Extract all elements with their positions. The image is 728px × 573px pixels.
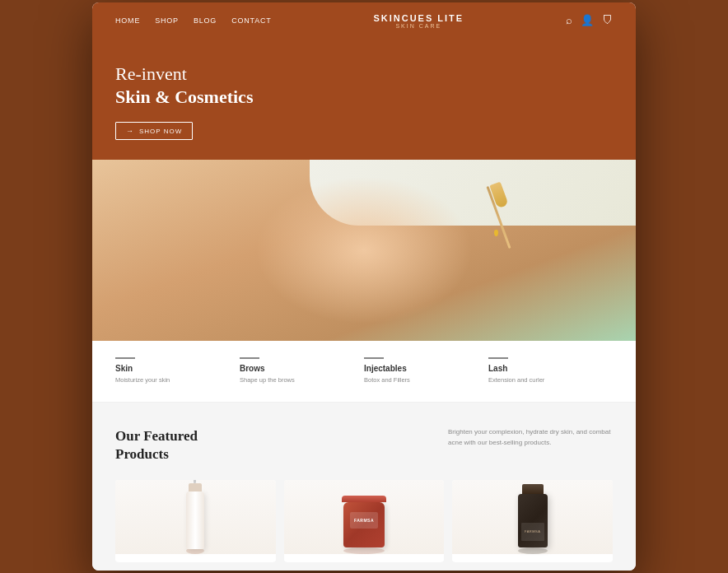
- category-name: Brows: [240, 364, 356, 373]
- hero-section: Re-invent Skin & Cosmetics Shop Now: [92, 39, 636, 160]
- product-image-serum: [115, 480, 276, 554]
- navbar: HOME SHOP BLOG CONTACT SKINCUES LITE SKI…: [92, 2, 636, 39]
- face-highlight: [255, 176, 473, 324]
- category-name: Skin: [115, 364, 231, 373]
- product-grid: FARMSA: [115, 480, 613, 562]
- browser-frame: HOME SHOP BLOG CONTACT SKINCUES LITE SKI…: [92, 2, 636, 571]
- product-card-serum[interactable]: [115, 480, 276, 562]
- featured-section: Our Featured Products Brighten your comp…: [92, 403, 636, 571]
- nav-home[interactable]: HOME: [115, 16, 140, 25]
- nav-icon-group: ⌕ 👤 ⛉: [566, 14, 613, 27]
- product-brand-label: FARMSA: [525, 529, 540, 533]
- jar-shape: FARMSA: [343, 502, 385, 547]
- nav-links: HOME SHOP BLOG CONTACT: [115, 16, 272, 25]
- category-line: [488, 357, 508, 359]
- brand-subtitle: SKIN CARE: [373, 23, 464, 29]
- featured-title: Our Featured Products: [115, 427, 247, 464]
- category-name: Lash: [488, 364, 604, 373]
- product-image-perfume: FARMSA: [452, 480, 613, 554]
- hero-image: [92, 160, 636, 341]
- category-skin[interactable]: Skin Moisturize your skin: [115, 357, 240, 385]
- featured-header: Our Featured Products Brighten your comp…: [115, 427, 613, 464]
- shop-now-button[interactable]: Shop Now: [115, 122, 193, 140]
- category-line: [240, 357, 259, 359]
- brand-title: SKINCUES LITE: [373, 13, 464, 23]
- serum-drop: [494, 230, 498, 236]
- category-brows[interactable]: Brows Shape up the brows: [240, 357, 364, 385]
- featured-description: Brighten your complexion, hydrate dry sk…: [448, 427, 613, 449]
- cart-icon[interactable]: ⛉: [602, 14, 613, 27]
- category-line: [364, 357, 384, 359]
- product-image-cream: FARMSA: [284, 480, 445, 554]
- category-desc: Shape up the brows: [240, 376, 356, 385]
- category-desc: Moisturize your skin: [115, 376, 231, 385]
- hero-title-line2: Skin & Cosmetics: [115, 85, 613, 110]
- product-card-perfume[interactable]: FARMSA: [452, 480, 613, 562]
- nav-blog[interactable]: BLOG: [194, 16, 217, 25]
- hero-title-line1: Re-invent: [115, 63, 613, 85]
- product-brand-label: FARMSA: [354, 518, 374, 523]
- bottle-shape: [186, 491, 204, 549]
- perfume-shape: FARMSA: [518, 494, 548, 547]
- category-name: Injectables: [364, 364, 480, 373]
- category-injectables[interactable]: Injectables Botox and Fillers: [364, 357, 488, 385]
- user-icon[interactable]: 👤: [581, 14, 594, 27]
- search-icon[interactable]: ⌕: [566, 14, 572, 27]
- nav-shop[interactable]: SHOP: [155, 16, 179, 25]
- categories-section: Skin Moisturize your skin Brows Shape up…: [92, 341, 636, 403]
- category-desc: Extension and curler: [488, 376, 604, 385]
- category-lash[interactable]: Lash Extension and curler: [488, 357, 613, 385]
- nav-brand: SKINCUES LITE SKIN CARE: [373, 13, 464, 29]
- product-card-cream[interactable]: FARMSA: [284, 480, 445, 562]
- category-desc: Botox and Fillers: [364, 376, 480, 385]
- category-line: [115, 357, 135, 359]
- nav-contact[interactable]: CONTACT: [231, 16, 271, 25]
